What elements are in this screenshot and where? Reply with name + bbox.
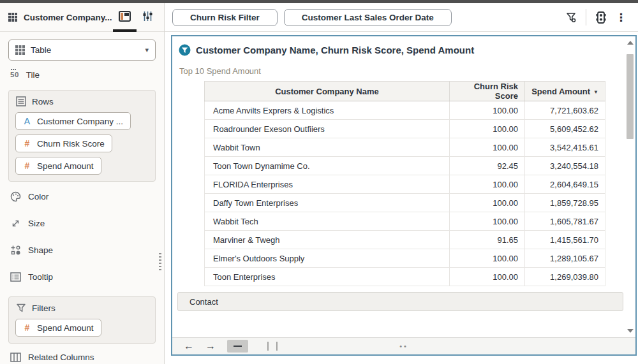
tab-grammar-panel[interactable]	[113, 3, 137, 32]
kebab-menu-icon[interactable]: ⋮	[616, 12, 627, 23]
data-type-icon: #	[23, 161, 31, 171]
canvas-bottom-bar: ← → ••	[172, 337, 635, 354]
data-type-icon: #	[23, 138, 31, 149]
cell-churn-risk-score[interactable]: 100.00	[450, 175, 525, 194]
rows-label: Rows	[32, 97, 54, 106]
cell-company-name[interactable]: Elmer's Outdoors Supply	[205, 249, 450, 268]
table-row[interactable]: Daffy Town Enterprises 100.00 1,859,728.…	[205, 194, 605, 212]
shape-icon	[10, 245, 21, 256]
contact-label: Contact	[189, 297, 218, 307]
back-arrow-icon[interactable]: ←	[184, 341, 194, 351]
row-pill[interactable]: # Spend Amount	[15, 157, 101, 175]
cell-company-name[interactable]: Toon Enterprises	[205, 268, 450, 286]
cell-spend-amount[interactable]: 5,609,452.62	[525, 120, 605, 138]
data-type-icon: A	[23, 116, 31, 126]
cell-churn-risk-score[interactable]: 100.00	[450, 194, 525, 212]
cell-company-name[interactable]: Acme Anvilts Exprers & Logistics	[205, 101, 450, 120]
cell-company-name[interactable]: Marviner & Twegh	[205, 231, 450, 249]
cell-spend-amount[interactable]: 7,721,603.62	[525, 101, 605, 120]
scroll-up-arrow-icon[interactable]	[627, 41, 634, 45]
table-row[interactable]: Toon Town Dynamime Co. 92.45 3,240,554.1…	[205, 157, 605, 175]
row-pill[interactable]: A Customer Company ...	[15, 112, 131, 130]
scrollbar-thumb[interactable]	[627, 54, 634, 139]
cell-churn-risk-score[interactable]: 91.65	[450, 231, 525, 249]
conditional-formatting-icon[interactable]	[595, 11, 607, 24]
rows-group: Rows A Customer Company ... # Churn Risk…	[8, 90, 156, 182]
cell-company-name[interactable]: Daffy Town Enterprises	[205, 194, 450, 212]
panel-drag-handle[interactable]: ••	[399, 342, 408, 350]
data-table: Customer Company Name Churn Risk Score S…	[204, 81, 605, 286]
chevron-down-icon: ▾	[145, 46, 149, 54]
filter-chip[interactable]: Churn Risk Filter	[172, 9, 278, 26]
sidebar-header: Customer Company...	[0, 3, 164, 32]
cell-spend-amount[interactable]: 3,542,415.61	[525, 138, 605, 157]
pill-label: Spend Amount	[37, 323, 94, 333]
filter-pill[interactable]: # Spend Amount	[15, 319, 101, 337]
cell-spend-amount[interactable]: 1,289,105.67	[525, 249, 605, 268]
cell-spend-amount[interactable]: 1,415,561.70	[525, 231, 605, 249]
tile-icon: 50	[10, 71, 19, 78]
filters-label: Filters	[32, 303, 56, 313]
cell-churn-risk-score[interactable]: 100.00	[450, 268, 525, 286]
viz-type-select[interactable]: Table ▾	[8, 40, 156, 61]
cell-churn-risk-score[interactable]: 100.00	[450, 120, 525, 138]
visualization-canvas[interactable]: Customer Company Name, Churn Risk Score,…	[171, 35, 637, 356]
table-viz-icon	[15, 45, 25, 55]
column-header-customer-company-name[interactable]: Customer Company Name	[205, 82, 450, 101]
table-row[interactable]: Wabbit Town 100.00 3,542,415.61	[205, 138, 605, 157]
pill-label: Churn Risk Score	[37, 139, 105, 149]
canvas-filter-bar: Churn Risk FilterCustomer Last Sales Ord…	[165, 3, 638, 32]
viz-title: Customer Company Name, Churn Risk Score,…	[196, 45, 474, 55]
row-pill[interactable]: # Churn Risk Score	[15, 135, 112, 152]
vertical-scrollbar[interactable]	[625, 38, 635, 335]
viz-filter-badge-icon	[179, 44, 191, 56]
forward-arrow-icon[interactable]: →	[205, 341, 216, 351]
dataset-title[interactable]: Customer Company...	[24, 13, 113, 22]
cell-spend-amount[interactable]: 3,240,554.18	[525, 157, 605, 175]
add-filter-icon[interactable]	[565, 11, 577, 24]
cell-company-name[interactable]: Roadrounder Exeson Outfiiers	[205, 120, 450, 138]
cell-company-name[interactable]: Wabbit Tech	[205, 212, 450, 231]
cell-churn-risk-score[interactable]: 100.00	[450, 138, 525, 157]
table-row[interactable]: Marviner & Twegh 91.65 1,415,561.70	[205, 231, 605, 249]
drop-target-tile[interactable]: 50 Tile	[8, 62, 156, 87]
related-columns-item[interactable]: Related Columns	[8, 345, 156, 364]
collapse-button[interactable]	[227, 340, 248, 353]
column-header-churn-risk-score[interactable]: Churn Risk Score	[450, 82, 525, 101]
sidebar-resize-handle[interactable]	[159, 253, 161, 272]
drop-target-shape[interactable]: Shape	[8, 237, 156, 263]
viz-type-value: Table	[31, 45, 51, 55]
cell-churn-risk-score[interactable]: 100.00	[450, 212, 525, 231]
table-row[interactable]: FLORIDA Enterprises 100.00 2,604,649.15	[205, 175, 605, 194]
cell-churn-risk-score[interactable]: 100.00	[450, 101, 525, 120]
pagination-separators	[267, 342, 278, 351]
sliders-icon	[142, 11, 153, 22]
cell-company-name[interactable]: Toon Town Dynamime Co.	[205, 157, 450, 175]
table-row[interactable]: Toon Enterprises 100.00 1,269,039.80	[205, 268, 605, 286]
cell-company-name[interactable]: Wabbit Town	[205, 138, 450, 157]
drop-target-size[interactable]: Size	[8, 210, 156, 237]
cell-company-name[interactable]: FLORIDA Enterprises	[205, 175, 450, 194]
table-row[interactable]: Roadrounder Exeson Outfiiers 100.00 5,60…	[205, 120, 605, 138]
cell-spend-amount[interactable]: 2,604,649.15	[525, 175, 605, 194]
pill-label: Customer Company ...	[37, 117, 123, 126]
cell-spend-amount[interactable]: 1,269,039.80	[525, 268, 605, 286]
column-header-spend-amount[interactable]: Spend Amount▼	[525, 82, 605, 101]
table-row[interactable]: Acme Anvilts Exprers & Logistics 100.00 …	[205, 101, 605, 120]
size-icon	[10, 218, 21, 229]
data-type-icon: #	[23, 323, 31, 333]
drop-target-tooltip[interactable]: Tooltip	[8, 263, 156, 290]
cell-churn-risk-score[interactable]: 92.45	[450, 157, 525, 175]
drop-target-color[interactable]: Color	[8, 183, 156, 210]
contact-section-bar[interactable]: Contact	[177, 292, 623, 311]
scroll-down-arrow-icon[interactable]	[627, 329, 634, 333]
main-area: Churn Risk FilterCustomer Last Sales Ord…	[165, 3, 638, 364]
rows-pills: A Customer Company ... # Churn Risk Scor…	[15, 112, 149, 175]
table-row[interactable]: Wabbit Tech 100.00 1,605,781.67	[205, 212, 605, 231]
cell-churn-risk-score[interactable]: 100.00	[450, 249, 525, 268]
cell-spend-amount[interactable]: 1,859,728.95	[525, 194, 605, 212]
filter-chip[interactable]: Customer Last Sales Order Date	[284, 9, 452, 26]
table-row[interactable]: Elmer's Outdoors Supply 100.00 1,289,105…	[205, 249, 605, 268]
tab-properties-panel[interactable]	[137, 3, 159, 32]
cell-spend-amount[interactable]: 1,605,781.67	[525, 212, 605, 231]
